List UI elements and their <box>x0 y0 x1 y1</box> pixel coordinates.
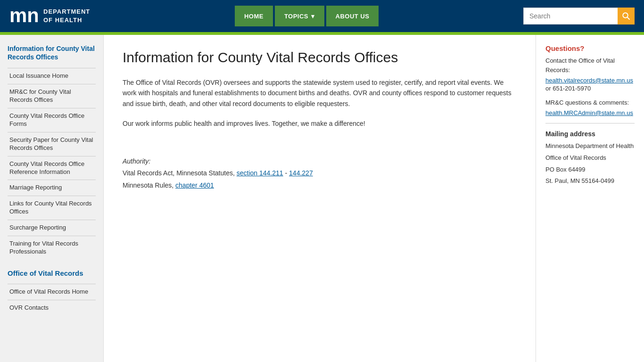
main-content: Information for County Vital Records Off… <box>104 35 536 362</box>
mailing-title: Mailing address <box>545 130 635 138</box>
authority-line2: Minnesota Rules, chapter 4601 <box>123 180 517 190</box>
sidebar-nav2: Office of Vital Records Home OVR Contact… <box>8 284 96 316</box>
right-sidebar: Questions? Contact the Office of Vital R… <box>536 35 644 362</box>
svg-point-1 <box>623 13 628 18</box>
sidebar-link-reference[interactable]: County Vital Records Office Reference In… <box>8 156 96 180</box>
sidebar-link-security-paper[interactable]: Security Paper for County Vital Records … <box>8 132 96 156</box>
svg-line-2 <box>627 17 630 20</box>
list-item: Office of Vital Records Home <box>8 284 96 300</box>
list-item: Links for County Vital Records Offices <box>8 196 96 220</box>
topics-button[interactable]: TOPICS ▾ <box>275 6 324 26</box>
svg-text:mn: mn <box>9 4 38 25</box>
search-input[interactable] <box>523 8 618 25</box>
header: mn DEPARTMENT OF HEALTH HOME TOPICS ▾ AB… <box>0 0 644 32</box>
left-sidebar: Information for County Vital Records Off… <box>0 35 104 362</box>
mrqc-text: MR&C questions & comments: <box>545 98 635 107</box>
authority-rules-pre: Minnesota Rules, <box>123 181 173 189</box>
sidebar-section1-title: Information for County Vital Records Off… <box>8 44 96 61</box>
mailing-line1: Minnesota Department of Health <box>545 141 635 151</box>
logo-area: mn DEPARTMENT OF HEALTH <box>9 4 90 28</box>
email-link[interactable]: health.vitalrecords@state.mn.us <box>545 77 633 84</box>
mrqc-section: MR&C questions & comments: health.MRCAdm… <box>545 98 635 117</box>
sidebar-link-ovr-contacts[interactable]: OVR Contacts <box>8 300 96 316</box>
about-button[interactable]: ABOUT US <box>326 6 379 26</box>
sidebar-link-marriage[interactable]: Marriage Reporting <box>8 180 96 196</box>
nav-area: HOME TOPICS ▾ ABOUT US <box>235 6 379 26</box>
authority-link2[interactable]: 144.227 <box>289 169 313 177</box>
mailing-line3: PO Box 64499 <box>545 165 635 175</box>
topics-label: TOPICS <box>284 13 308 20</box>
sidebar-nav1: Local Issuance Home MR&C for County Vita… <box>8 68 96 259</box>
main-para1: The Office of Vital Records (OVR) overse… <box>123 77 517 109</box>
logo-text: DEPARTMENT OF HEALTH <box>43 8 90 25</box>
main-para2: Our work informs public health and impro… <box>123 118 517 129</box>
page-title: Information for County Vital Records Off… <box>123 49 517 66</box>
sidebar-link-county-forms[interactable]: County Vital Records Office Forms <box>8 108 96 132</box>
authority-text-pre: Vital Records Act, Minnesota Statutes, <box>123 169 235 177</box>
mrqc-email-link[interactable]: health.MRCAdmin@state.mn.us <box>545 109 633 116</box>
search-area <box>523 8 635 25</box>
authority-line1: Vital Records Act, Minnesota Statutes, s… <box>123 168 517 178</box>
authority-link3[interactable]: chapter 4601 <box>175 181 214 189</box>
page-layout: Information for County Vital Records Off… <box>0 35 644 362</box>
list-item: Local Issuance Home <box>8 68 96 84</box>
mn-logo: mn <box>9 4 38 28</box>
authority-label: Authority: <box>123 157 517 165</box>
mailing-line4: St. Paul, MN 55164-0499 <box>545 176 635 186</box>
list-item: County Vital Records Office Forms <box>8 108 96 132</box>
list-item: Surcharge Reporting <box>8 220 96 236</box>
list-item: MR&C for County Vital Records Offices <box>8 84 96 108</box>
authority-section: Authority: Vital Records Act, Minnesota … <box>123 157 517 191</box>
phone-text: or 651-201-5970 <box>545 84 635 93</box>
home-button[interactable]: HOME <box>235 6 273 26</box>
mailing-line2: Office of Vital Records <box>545 153 635 163</box>
sidebar-link-local-issuance[interactable]: Local Issuance Home <box>8 68 96 84</box>
sidebar-link-surcharge[interactable]: Surcharge Reporting <box>8 220 96 236</box>
questions-title: Questions? <box>545 44 635 52</box>
list-item: County Vital Records Office Reference In… <box>8 156 96 180</box>
list-item: Marriage Reporting <box>8 180 96 196</box>
list-item: Security Paper for County Vital Records … <box>8 132 96 156</box>
sidebar-link-ovr-home[interactable]: Office of Vital Records Home <box>8 284 96 300</box>
authority-dash: - <box>285 169 288 177</box>
sidebar-link-links[interactable]: Links for County Vital Records Offices <box>8 196 96 220</box>
list-item: Training for Vital Records Professionals <box>8 236 96 260</box>
mailing-address: Minnesota Department of Health Office of… <box>545 141 635 186</box>
list-item: OVR Contacts <box>8 300 96 316</box>
authority-link1[interactable]: section 144.211 <box>237 169 283 177</box>
contact-text: Contact the Office of Vital Records: <box>545 56 635 74</box>
sidebar-section2-title: Office of Vital Records <box>8 269 96 277</box>
chevron-down-icon: ▾ <box>311 13 315 20</box>
sidebar-link-mrc-county[interactable]: MR&C for County Vital Records Offices <box>8 84 96 108</box>
sidebar-link-training[interactable]: Training for Vital Records Professionals <box>8 236 96 260</box>
divider <box>545 123 635 123</box>
search-button[interactable] <box>618 8 635 25</box>
search-icon <box>622 12 630 20</box>
